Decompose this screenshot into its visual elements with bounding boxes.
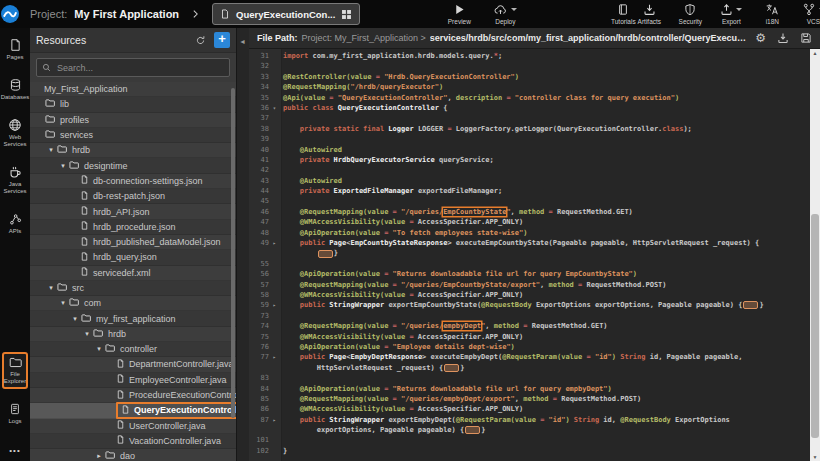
grid-icon[interactable] bbox=[341, 9, 352, 20]
collapse-arrow-icon[interactable]: ▸ bbox=[94, 452, 104, 460]
code-line[interactable]: 32 bbox=[249, 61, 810, 71]
expand-arrow-icon[interactable]: ▾ bbox=[58, 162, 68, 170]
export-button[interactable]: Export bbox=[718, 3, 744, 25]
tree-scrollbar[interactable] bbox=[231, 88, 235, 418]
security-button[interactable]: Security bbox=[677, 3, 703, 25]
code-line[interactable]: 101 bbox=[249, 435, 810, 445]
tree-item[interactable]: DepartmentController.java bbox=[30, 357, 236, 372]
open-file-tab[interactable]: QueryExecutionCon... bbox=[212, 3, 360, 25]
sidebar-item-logs[interactable]: Logs bbox=[2, 398, 28, 429]
tree-item[interactable]: profiles bbox=[30, 113, 236, 128]
refresh-icon[interactable] bbox=[195, 35, 206, 46]
expand-arrow-icon[interactable]: ▾ bbox=[46, 284, 56, 292]
sidebar-item-java-services[interactable]: Java Services bbox=[2, 161, 28, 199]
collapsed-code-icon[interactable] bbox=[444, 364, 459, 372]
code-line[interactable]: 58 @WMAccessVisibility(value = AccessSpe… bbox=[249, 290, 810, 300]
sidebar-item-databases[interactable]: Databases bbox=[2, 74, 28, 105]
sidebar-item-file-explorer[interactable]: File Explorer bbox=[2, 352, 28, 389]
tree-item[interactable]: ▾hrdb bbox=[30, 143, 236, 158]
code-line[interactable]: 38 private static final Logger LOGGER = … bbox=[249, 124, 810, 134]
sidebar-item-apis[interactable]: APIs bbox=[2, 208, 28, 239]
tree-item[interactable]: ▾designtime bbox=[30, 158, 236, 173]
code-line[interactable]: 35@Api(value = "QueryExecutionController… bbox=[249, 93, 810, 103]
tree-item[interactable]: UserController.java bbox=[30, 419, 236, 434]
sidebar-item-pages[interactable]: Pages bbox=[2, 34, 28, 65]
scroll-up-icon[interactable]: ▲ bbox=[810, 50, 820, 56]
tree-item[interactable]: db-rest-patch.json bbox=[30, 189, 236, 204]
tree-item[interactable]: EmployeeController.java bbox=[30, 373, 236, 388]
tree-item[interactable]: hrdb_published_dataModel.json bbox=[30, 235, 236, 250]
download-icon[interactable] bbox=[777, 32, 789, 44]
code-line[interactable]: 55 bbox=[249, 259, 810, 269]
gear-icon[interactable]: ⚙ bbox=[755, 32, 766, 44]
tree-item[interactable]: db-connection-settings.json bbox=[30, 174, 236, 189]
tree-item[interactable]: services bbox=[30, 128, 236, 143]
tree-item[interactable]: ▾src bbox=[30, 281, 236, 296]
code-line[interactable]: 56 @ApiOperation(value = "Returns downlo… bbox=[249, 269, 810, 279]
code-line[interactable]: 42 bbox=[249, 165, 810, 175]
code-line[interactable]: 36▾public class QueryExecutionController… bbox=[249, 103, 810, 113]
code-line[interactable]: 59▸ public StringWrapper exportEmpCountb… bbox=[249, 300, 810, 310]
collapsed-code-icon[interactable] bbox=[318, 250, 333, 258]
tree-item-selected[interactable]: QueryExecutionController.java bbox=[30, 403, 236, 418]
tree-item[interactable]: servicedef.xml bbox=[30, 266, 236, 281]
code-line[interactable]: 37 bbox=[249, 113, 810, 123]
code-editor[interactable]: 31import com.my_first_application.hrdb.m… bbox=[249, 49, 820, 461]
code-line[interactable]: 44 private ExportedFileManager exportedF… bbox=[249, 186, 810, 196]
sidebar-item-web-services[interactable]: Web Services bbox=[2, 114, 28, 152]
code-line[interactable]: 41 private HrdbQueryExecutorService quer… bbox=[249, 155, 810, 165]
fold-toggle-icon[interactable]: ▸ bbox=[269, 415, 280, 425]
code-line[interactable]: 47 @WMAccessVisibility(value = AccessSpe… bbox=[249, 217, 810, 227]
preview-button[interactable]: Preview bbox=[446, 3, 472, 25]
code-line[interactable]: 73 bbox=[249, 311, 810, 321]
code-line[interactable]: 49▸ public Page<EmpCountbyStateResponse>… bbox=[249, 238, 810, 248]
tree-item[interactable]: VacationController.java bbox=[30, 434, 236, 449]
search-input[interactable] bbox=[55, 62, 224, 74]
code-line[interactable]: 48 @ApiOperation(value = "To fetch emplo… bbox=[249, 228, 810, 238]
code-line[interactable]: 39 bbox=[249, 134, 810, 144]
code-line[interactable]: 74 @RequestMapping(value = "/queries/emp… bbox=[249, 321, 810, 331]
tree-item[interactable]: ▾my_first_application bbox=[30, 311, 236, 326]
expand-arrow-icon[interactable]: ▾ bbox=[82, 330, 92, 338]
tree-item[interactable]: ProcedureExecutionController.java bbox=[30, 388, 236, 403]
code-line[interactable]: 31import com.my_first_application.hrdb.m… bbox=[249, 51, 810, 61]
tree-item[interactable]: lib bbox=[30, 97, 236, 112]
more-options-button[interactable]: ••• bbox=[9, 446, 20, 455]
code-line[interactable]: 46 @RequestMapping(value = "/queries/Emp… bbox=[249, 207, 810, 217]
tree-item[interactable]: My_First_Application bbox=[30, 82, 236, 97]
tree-item[interactable]: ▾com bbox=[30, 296, 236, 311]
collapsed-code-icon[interactable] bbox=[743, 301, 758, 309]
tree-item[interactable]: ▸dao bbox=[30, 449, 236, 461]
code-line[interactable]: 102} bbox=[249, 446, 810, 456]
save-icon[interactable] bbox=[800, 32, 812, 44]
tree-item[interactable]: hrdb_procedure.json bbox=[30, 220, 236, 235]
fold-toggle-icon[interactable]: ▸ bbox=[269, 238, 280, 248]
expand-arrow-icon[interactable]: ▾ bbox=[46, 146, 56, 154]
code-line[interactable]: 57 @RequestMapping(value = "/queries/Emp… bbox=[249, 280, 810, 290]
wavemaker-logo-icon[interactable] bbox=[0, 4, 20, 24]
deploy-button[interactable]: Deploy bbox=[492, 3, 518, 25]
code-line[interactable]: 33@RestController(value = "Hrdb.QueryExe… bbox=[249, 72, 810, 82]
expand-arrow-icon[interactable]: ▾ bbox=[70, 315, 80, 323]
editor-scrollbar[interactable]: ▲ ▼ bbox=[810, 49, 820, 461]
scrollbar-thumb[interactable] bbox=[811, 214, 819, 438]
code-line[interactable]: 77▸ public Page<EmpbyDeptResponse> execu… bbox=[249, 352, 810, 362]
code-line[interactable]: 40 @Autowired bbox=[249, 145, 810, 155]
code-line[interactable]: 45 bbox=[249, 196, 810, 206]
code-line[interactable]: 75 @WMAccessVisibility(value = AccessSpe… bbox=[249, 332, 810, 342]
code-line[interactable]: 84 @ApiOperation(value = "Returns downlo… bbox=[249, 384, 810, 394]
code-line[interactable]: 86 @WMAccessVisibility(value = AccessSpe… bbox=[249, 404, 810, 414]
tree-item[interactable]: hrdb_query.json bbox=[30, 250, 236, 265]
code-line[interactable]: 43 @Autowired bbox=[249, 176, 810, 186]
code-line[interactable]: 87▸ public StringWrapper exportEmpbyDept… bbox=[249, 415, 810, 425]
i18n-button[interactable]: i18N bbox=[759, 3, 785, 25]
fold-toggle-icon[interactable]: ▸ bbox=[269, 352, 280, 362]
expand-arrow-icon[interactable]: ▾ bbox=[58, 299, 68, 307]
collapse-panel-icon[interactable]: ◄ bbox=[239, 38, 246, 45]
collapsed-code-icon[interactable] bbox=[465, 426, 480, 434]
code-line[interactable]: 85 @RequestMapping(value = "/queries/emp… bbox=[249, 394, 810, 404]
tutorials-button[interactable]: Tutorials bbox=[610, 3, 636, 25]
code-line[interactable]: } bbox=[249, 248, 810, 258]
tree-item[interactable]: ▾controller bbox=[30, 342, 236, 357]
code-line[interactable]: 34@RequestMapping("/hrdb/queryExecutor") bbox=[249, 82, 810, 92]
